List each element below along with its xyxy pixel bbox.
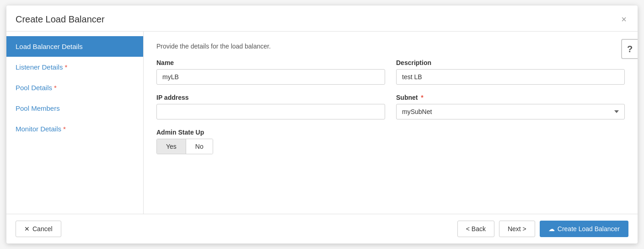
admin-state-yes-button[interactable]: Yes	[157, 139, 186, 154]
subnet-label: Subnet *	[396, 94, 625, 101]
footer-right: < Back Next > ☁ Create Load Balancer	[457, 221, 628, 237]
sidebar-item-monitor-details[interactable]: Monitor Details*	[6, 119, 143, 139]
subnet-field-group: Subnet * mySubNet	[396, 94, 625, 119]
sidebar-item-label: Pool Details	[16, 84, 52, 92]
back-button[interactable]: < Back	[457, 221, 494, 237]
main-content: ? Provide the details for the load balan…	[144, 32, 638, 214]
ip-address-field-group: IP address	[156, 94, 385, 119]
help-button[interactable]: ?	[621, 39, 638, 59]
sidebar-item-listener-details[interactable]: Listener Details*	[6, 57, 143, 77]
name-description-row: Name Description	[156, 59, 625, 85]
description-field-group: Description	[396, 59, 625, 85]
cloud-icon: ☁	[548, 225, 555, 233]
form-subtitle: Provide the details for the load balance…	[156, 43, 625, 50]
name-label: Name	[156, 59, 385, 66]
cancel-label: Cancel	[32, 225, 53, 233]
required-star: *	[419, 94, 423, 101]
sidebar-item-load-balancer-details[interactable]: Load Balancer Details	[6, 36, 143, 57]
sidebar: Load Balancer Details Listener Details* …	[6, 32, 144, 214]
required-star: *	[63, 125, 66, 133]
ip-address-label: IP address	[156, 94, 385, 101]
required-star: *	[64, 63, 67, 71]
create-load-balancer-button[interactable]: ☁ Create Load Balancer	[540, 221, 628, 237]
description-label: Description	[396, 59, 625, 66]
sidebar-item-pool-members[interactable]: Pool Members	[6, 98, 143, 119]
subnet-select[interactable]: mySubNet	[396, 104, 625, 119]
dialog-header: Create Load Balancer ×	[6, 5, 638, 32]
admin-state-toggle: Yes No	[156, 139, 213, 154]
admin-state-label: Admin State Up	[156, 129, 625, 136]
dialog-title: Create Load Balancer	[16, 14, 105, 25]
cancel-icon: ✕	[24, 225, 30, 233]
sidebar-item-pool-details[interactable]: Pool Details*	[6, 77, 143, 98]
name-field-group: Name	[156, 59, 385, 85]
admin-state-no-button[interactable]: No	[186, 139, 213, 154]
ip-address-input[interactable]	[156, 104, 385, 119]
footer-left: ✕ Cancel	[16, 221, 61, 237]
dialog-body: Load Balancer Details Listener Details* …	[6, 32, 638, 214]
close-button[interactable]: ×	[619, 13, 628, 26]
sidebar-item-label: Listener Details	[16, 63, 63, 71]
admin-state-group: Admin State Up Yes No	[156, 129, 625, 154]
create-load-balancer-dialog: Create Load Balancer × Load Balancer Det…	[6, 5, 638, 244]
create-label: Create Load Balancer	[558, 225, 620, 233]
required-star: *	[54, 84, 57, 92]
cancel-button[interactable]: ✕ Cancel	[16, 221, 61, 237]
ip-subnet-row: IP address Subnet * mySubNet	[156, 94, 625, 119]
sidebar-item-label: Load Balancer Details	[16, 43, 83, 50]
sidebar-item-label: Pool Members	[16, 104, 60, 112]
sidebar-item-label: Monitor Details	[16, 125, 61, 133]
description-input[interactable]	[396, 69, 625, 85]
dialog-footer: ✕ Cancel < Back Next > ☁ Create Load Bal…	[6, 214, 638, 244]
next-button[interactable]: Next >	[499, 221, 535, 237]
name-input[interactable]	[156, 69, 385, 85]
